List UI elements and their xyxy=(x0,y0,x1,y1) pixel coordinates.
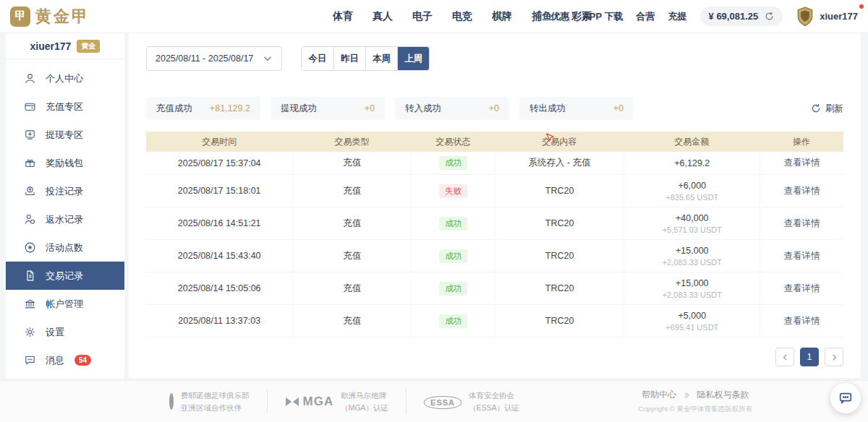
avatar-shield-icon xyxy=(796,7,814,27)
cell-type: 充值 xyxy=(292,152,411,174)
essa-logo-icon: ESSA xyxy=(424,396,461,409)
cell-amount: +5,000+695.41 USDT xyxy=(624,305,760,337)
sidebar-item[interactable]: 消息54 xyxy=(6,346,124,374)
filter-row: 2025/08/11 - 2025/08/17 今日昨日本周上周 xyxy=(146,46,843,71)
amount-usdt: +695.41 USDT xyxy=(665,323,718,332)
nav-item[interactable]: 体育 xyxy=(333,10,353,23)
prev-page-button[interactable] xyxy=(775,348,794,366)
refresh-button[interactable]: 刷新 xyxy=(811,103,843,115)
nav-item[interactable]: 棋牌 xyxy=(492,10,512,23)
header-link[interactable]: 充提 xyxy=(668,10,687,23)
certification-essa: ESSA体育安全协会（ESSA）认证 xyxy=(406,389,537,414)
summary-label: 转入成功 xyxy=(405,103,441,115)
sidebar-item[interactable]: 奖励钱包 xyxy=(6,149,124,177)
view-details-link[interactable]: 查看详情 xyxy=(784,218,820,230)
sidebar-item[interactable]: 返水记录 xyxy=(6,205,124,233)
view-details-link[interactable]: 查看详情 xyxy=(784,315,820,327)
refresh-label: 刷新 xyxy=(825,103,843,115)
sidebar-item[interactable]: 个人中心 xyxy=(6,64,124,92)
cell-content: TRC20 xyxy=(495,240,624,272)
message-count-badge: 54 xyxy=(75,355,91,366)
column-header: 交易内容 xyxy=(495,132,624,152)
sidebar-item[interactable]: 交易记录 xyxy=(6,262,124,290)
period-tab[interactable]: 本周 xyxy=(365,47,397,70)
certification-text: 费耶诺德足球俱乐部亚洲区域合作伙伴 xyxy=(181,389,250,413)
summary-pill: 转入成功+0 xyxy=(395,97,509,120)
summary-label: 提现成功 xyxy=(281,103,317,115)
sidebar-item-label: 返水记录 xyxy=(46,213,83,226)
sidebar-username: xiuer177 xyxy=(30,40,72,52)
next-page-button[interactable] xyxy=(825,348,843,366)
cell-time: 2025/08/17 15:18:01 xyxy=(146,175,292,207)
status-badge: 失败 xyxy=(439,184,467,198)
view-details-link[interactable]: 查看详情 xyxy=(784,283,820,295)
status-badge: 成功 xyxy=(439,217,467,231)
nav-item[interactable]: 彩票 xyxy=(571,10,592,23)
summary-label: 充值成功 xyxy=(156,103,192,115)
sidebar-item[interactable]: 投注记录 xyxy=(6,177,124,205)
cell-action: 查看详情 xyxy=(760,272,843,304)
column-header: 交易类型 xyxy=(292,132,411,152)
user-menu[interactable]: xiuer177 xyxy=(796,7,858,27)
nav-item[interactable]: 电子 xyxy=(412,10,433,23)
wallet-balance-pill[interactable]: ¥ 69,081.25 xyxy=(700,7,783,26)
nav-item[interactable]: 电竞 xyxy=(452,10,472,23)
certification-text: 欧洲马尔他牌（MGA）认证 xyxy=(341,389,388,413)
summary-value: +0 xyxy=(365,103,375,113)
refresh-icon xyxy=(811,103,821,113)
period-tabs: 今日昨日本周上周 xyxy=(301,46,430,71)
sidebar-item[interactable]: 帐户管理 xyxy=(6,290,124,318)
transactions-table: 交易时间交易类型交易状态交易内容交易金额操作 2025/08/17 15:37:… xyxy=(146,132,843,337)
nav-item[interactable]: 真人 xyxy=(373,10,393,23)
cell-type: 充值 xyxy=(292,240,411,272)
view-details-link[interactable]: 查看详情 xyxy=(784,250,820,262)
brand-logo[interactable]: 甲 黄金甲 xyxy=(10,6,90,27)
cell-content: 系统存入 - 充值 xyxy=(495,152,624,174)
cell-status: 成功 xyxy=(411,240,495,272)
summary-pill: 转出成功+0 xyxy=(519,97,634,120)
view-details-link[interactable]: 查看详情 xyxy=(784,185,820,197)
cell-action: 查看详情 xyxy=(760,175,843,207)
sidebar-item-label: 帐户管理 xyxy=(46,298,83,311)
date-range-select[interactable]: 2025/08/11 - 2025/08/17 xyxy=(146,46,282,71)
cell-status: 成功 xyxy=(411,305,495,337)
cell-content: TRC20 xyxy=(495,175,624,207)
points-star-icon xyxy=(24,241,36,254)
footer: 费耶诺德足球俱乐部亚洲区域合作伙伴MGA欧洲马尔他牌（MGA）认证ESSA体育安… xyxy=(0,380,868,422)
footer-link[interactable]: 帮助中心 xyxy=(642,389,676,401)
header-link[interactable]: 合营 xyxy=(637,10,655,23)
certification-feyenoord: 费耶诺德足球俱乐部亚洲区域合作伙伴 xyxy=(152,389,267,414)
column-header: 交易状态 xyxy=(411,132,495,152)
sidebar-menu: 个人中心充值专区提现专区奖励钱包投注记录返水记录活动点数交易记录帐户管理设置消息… xyxy=(6,59,124,379)
sidebar-item[interactable]: 充值专区 xyxy=(6,92,124,121)
refresh-balance-icon[interactable] xyxy=(765,12,774,21)
bank-icon xyxy=(24,298,36,310)
view-details-link[interactable]: 查看详情 xyxy=(784,157,820,169)
sidebar-item[interactable]: 活动点数 xyxy=(6,233,124,262)
copyright-text: Copyright © 黄金甲体育集团版权所有 xyxy=(639,405,752,414)
cell-amount: +6,000+835.65 USDT xyxy=(624,175,760,207)
customer-service-button[interactable] xyxy=(830,383,861,413)
sidebar: xiuer177 黄金 个人中心充值专区提现专区奖励钱包投注记录返水记录活动点数… xyxy=(6,33,124,379)
cell-amount: +15,000+2,083.33 USDT xyxy=(624,240,760,272)
pagination: 1 xyxy=(775,348,843,366)
table-header: 交易时间交易类型交易状态交易内容交易金额操作 xyxy=(146,132,843,152)
wallet-balance: ¥ 69,081.25 xyxy=(709,11,759,22)
cell-status: 成功 xyxy=(411,272,495,304)
period-tab[interactable]: 上周 xyxy=(397,47,429,70)
page-number-button[interactable]: 1 xyxy=(800,348,819,366)
sidebar-item[interactable]: 设置 xyxy=(6,318,124,346)
period-tab[interactable]: 今日 xyxy=(302,47,333,70)
amount-usdt: +835.65 USDT xyxy=(665,193,718,202)
footer-link-separator-icon xyxy=(683,392,690,399)
footer-link[interactable]: 隐私权与条款 xyxy=(697,389,749,401)
column-header: 交易时间 xyxy=(146,132,292,152)
message-icon xyxy=(24,354,36,366)
cell-content: TRC20 xyxy=(495,305,624,337)
summary-row: 刷新 充值成功+81,129.2提现成功+0转入成功+0转出成功+0 xyxy=(146,97,843,120)
sidebar-item[interactable]: 提现专区 xyxy=(6,121,124,149)
feyenoord-logo-icon xyxy=(169,393,174,410)
cell-content: TRC20 xyxy=(495,207,624,239)
nav-item[interactable]: 捕鱼 xyxy=(532,10,552,23)
period-tab[interactable]: 昨日 xyxy=(333,47,365,70)
